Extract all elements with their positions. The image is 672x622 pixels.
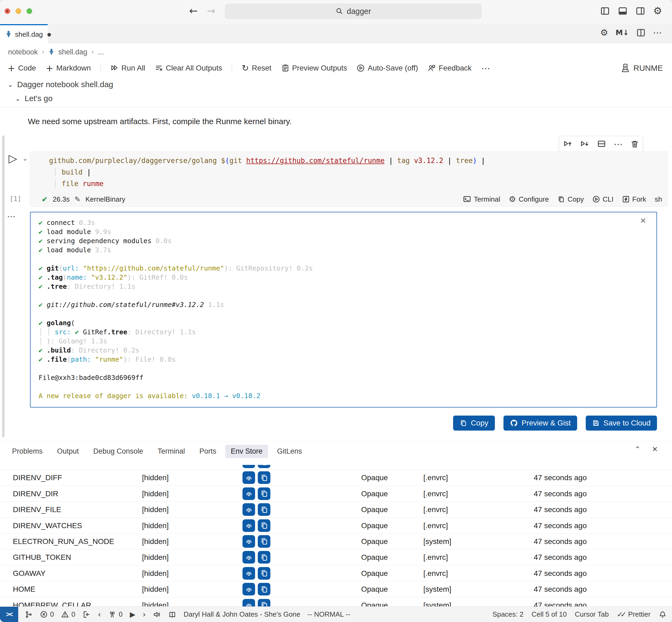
terminal-action[interactable]: Terminal <box>463 195 500 204</box>
reveal-secret-button[interactable] <box>242 535 255 548</box>
copy-value-button[interactable] <box>258 535 270 548</box>
pencil-icon[interactable]: ✎ <box>74 195 81 204</box>
panel-tab-debug-console[interactable]: Debug Console <box>93 447 143 455</box>
tab-shell-dag[interactable]: shell.dag ● <box>0 24 48 43</box>
window-zoom-button[interactable] <box>27 8 32 14</box>
cell-language[interactable]: sh <box>655 195 662 204</box>
reveal-secret-button[interactable] <box>242 487 255 500</box>
copy-value-button[interactable] <box>258 487 270 500</box>
settings-gear-icon[interactable]: ⚙ <box>653 6 662 16</box>
preview-gist-button[interactable]: Preview & Gist <box>503 416 577 430</box>
cell-position-indicator[interactable]: Cell 5 of 10 <box>532 610 567 619</box>
notifications-bell-icon[interactable] <box>659 611 667 619</box>
errors-indicator[interactable]: 0 <box>40 610 54 619</box>
runme-kernel-button[interactable]: RUNME <box>621 60 663 77</box>
reveal-secret-button[interactable] <box>242 471 255 484</box>
close-panel-icon[interactable]: ✕ <box>652 445 658 453</box>
indentation-indicator[interactable]: Spaces: 2 <box>492 610 524 619</box>
history-back-button[interactable]: ← <box>189 5 198 16</box>
section-header-lets-go[interactable]: ⌄ Let's go <box>15 94 52 103</box>
previous-track-icon[interactable]: ‹ <box>98 610 101 619</box>
split-editor-icon[interactable] <box>636 28 645 37</box>
cursor-tab-indicator[interactable]: Cursor Tab <box>575 610 609 619</box>
copy-value-button[interactable] <box>258 503 270 516</box>
reveal-secret-button[interactable] <box>242 599 255 607</box>
reveal-secret-button[interactable] <box>242 583 255 595</box>
cell-more-actions-icon[interactable]: ⋯ <box>614 139 623 149</box>
volume-icon[interactable] <box>153 611 161 619</box>
command-center-search[interactable]: dagger <box>225 4 482 19</box>
breadcrumb-notebook[interactable]: notebook <box>8 48 38 56</box>
run-options-chevron-icon[interactable]: ⌄ <box>23 155 28 162</box>
toolbar-more-icon[interactable]: ⋯ <box>481 63 490 73</box>
delete-cell-icon[interactable] <box>631 140 639 148</box>
run-above-icon[interactable] <box>563 139 572 148</box>
copy-value-button[interactable] <box>258 599 270 607</box>
toggle-secondary-sidebar-icon[interactable] <box>636 6 645 16</box>
panel-tab-ports[interactable]: Ports <box>199 447 216 455</box>
cell-name[interactable]: KernelBinary <box>85 195 125 204</box>
breadcrumb-file[interactable]: shell.dag <box>59 48 87 56</box>
now-playing[interactable]: Daryl Hall & John Oates - She's Gone <box>184 610 300 619</box>
more-actions-icon[interactable]: ⋯ <box>653 27 662 38</box>
add-code-cell-button[interactable]: + Code <box>7 64 36 73</box>
env-name: DIRENV_DIFF <box>13 470 62 486</box>
panel-tab-problems[interactable]: Problems <box>12 447 43 455</box>
env-name: HOME <box>13 581 35 597</box>
reveal-secret-button[interactable] <box>242 567 255 580</box>
panel-tab-output[interactable]: Output <box>57 447 79 455</box>
lyrics-book-icon[interactable] <box>168 611 176 619</box>
warnings-indicator[interactable]: 0 <box>61 610 75 619</box>
reveal-secret-button[interactable] <box>242 503 255 516</box>
code-editor[interactable]: github.com/purpleclay/daggerverse/golang… <box>49 155 485 189</box>
save-to-cloud-button[interactable]: Save to Cloud <box>586 416 657 430</box>
copy-value-button[interactable] <box>258 567 270 580</box>
copy-value-button[interactable] <box>258 551 270 563</box>
close-output-icon[interactable]: ✕ <box>638 216 648 226</box>
sign-out-icon[interactable] <box>82 611 90 619</box>
output-menu-icon[interactable]: ⋯ <box>7 211 16 221</box>
reset-button[interactable]: ↻ Reset <box>242 63 271 73</box>
export-markdown-icon[interactable]: M↓ <box>616 28 629 37</box>
clipboard-icon <box>281 64 289 72</box>
window-minimize-button[interactable] <box>15 8 21 14</box>
ports-indicator[interactable]: 0 <box>108 610 122 619</box>
git-pipeline-icon[interactable] <box>25 611 33 619</box>
panel-tab-gitlens[interactable]: GitLens <box>277 447 302 455</box>
next-track-icon[interactable]: › <box>143 610 146 619</box>
toggle-panel-icon[interactable] <box>618 6 628 16</box>
remote-indicator[interactable]: >< <box>0 607 18 622</box>
prettier-indicator[interactable]: ✓✓ Prettier <box>617 610 650 619</box>
cli-action[interactable]: CLI <box>592 195 613 204</box>
run-below-icon[interactable] <box>580 139 589 148</box>
run-all-button[interactable]: Run All <box>110 64 145 72</box>
run-cell-button[interactable]: ▷ <box>8 152 17 165</box>
code-cell[interactable]: github.com/purpleclay/daggerverse/golang… <box>30 151 668 207</box>
copy-value-button[interactable] <box>258 465 270 468</box>
copy-output-button[interactable]: Copy <box>453 416 495 430</box>
fork-action[interactable]: Fork <box>622 195 646 204</box>
copy-action[interactable]: Copy <box>557 195 584 204</box>
breadcrumb-symbol[interactable]: ... <box>98 48 104 56</box>
panel-tab-env-store[interactable]: Env Store <box>225 445 268 458</box>
section-header-notebook[interactable]: ⌄ Dagger notebook shell.dag <box>7 80 113 89</box>
add-markdown-cell-button[interactable]: + Markdown <box>45 64 91 73</box>
window-close-button[interactable] <box>5 8 10 14</box>
copy-value-button[interactable] <box>258 471 270 484</box>
reveal-secret-button[interactable] <box>242 519 255 532</box>
copy-value-button[interactable] <box>258 519 270 532</box>
reveal-secret-button[interactable] <box>242 551 255 563</box>
clear-all-outputs-button[interactable]: Clear All Outputs <box>155 64 222 72</box>
play-track-icon[interactable]: ▶ <box>130 610 135 619</box>
reveal-secret-button[interactable] <box>242 465 255 468</box>
feedback-button[interactable]: Feedback <box>427 64 472 72</box>
split-cell-icon[interactable] <box>597 139 606 148</box>
configure-action[interactable]: ⚙ Configure <box>509 195 549 204</box>
notebook-settings-gear-icon[interactable]: ⚙ <box>600 28 608 37</box>
auto-save-toggle[interactable]: Auto-Save (off) <box>357 64 418 72</box>
copy-value-button[interactable] <box>258 583 270 595</box>
panel-tab-terminal[interactable]: Terminal <box>157 447 185 455</box>
toggle-sidebar-icon[interactable] <box>600 6 610 16</box>
maximize-panel-icon[interactable]: ⌃ <box>634 445 641 453</box>
preview-outputs-button[interactable]: Preview Outputs <box>281 64 347 72</box>
